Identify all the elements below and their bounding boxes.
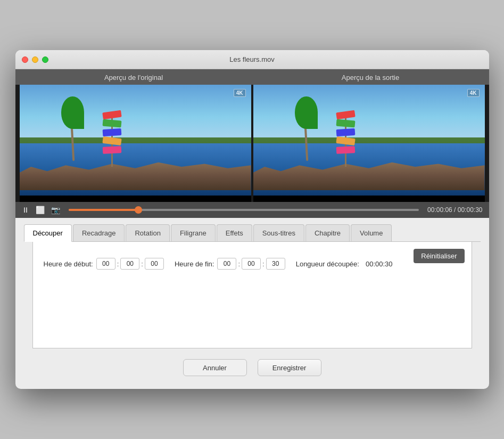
reset-row: Réinitialiser [44, 280, 461, 289]
titlebar: Les fleurs.mov [15, 50, 489, 69]
previews-container: 4K [15, 85, 489, 202]
save-button[interactable]: Enregistrer [258, 359, 321, 376]
controls-bar: ⏸ ⬜ 📷 00:00:06 / 00:00:30 [15, 202, 489, 218]
screenshot-button[interactable]: 📷 [51, 206, 60, 214]
tab-effets[interactable]: Effets [217, 224, 252, 241]
play-pause-button[interactable]: ⏸ [22, 206, 29, 214]
original-preview: 4K [20, 85, 251, 202]
window-title: Les fleurs.mov [229, 55, 275, 63]
start-minutes[interactable] [120, 258, 139, 270]
cancel-button[interactable]: Annuler [183, 359, 247, 376]
output-preview-label: Aperçu de la sortie [252, 74, 489, 82]
tab-content-wrapper: Heure de début: : : Heure de fin: : [24, 242, 481, 348]
tab-sous-titres[interactable]: Sous-titres [253, 224, 304, 241]
tab-recadrage[interactable]: Recadrage [73, 224, 125, 241]
start-seconds[interactable] [145, 258, 164, 270]
tab-filigrane[interactable]: Filigrane [171, 224, 216, 241]
start-time-group: Heure de début: : : [44, 258, 164, 270]
progress-bar[interactable] [69, 209, 419, 211]
length-label: Longueur découpée: [296, 260, 359, 268]
sep2: : [141, 260, 144, 268]
time-fields: Heure de début: : : Heure de fin: : [44, 258, 461, 270]
end-minutes[interactable] [242, 258, 261, 270]
preview-labels: Aperçu de l'original Aperçu de la sortie [15, 69, 489, 85]
maximize-button[interactable] [42, 56, 48, 63]
progress-fill [69, 209, 139, 211]
length-value: 00:00:30 [366, 260, 393, 268]
progress-thumb[interactable] [135, 206, 142, 214]
end-label: Heure de fin: [175, 260, 214, 268]
sep1: : [117, 260, 120, 268]
close-button[interactable] [22, 56, 28, 63]
4k-badge-left: 4K [234, 89, 246, 97]
main-window: Les fleurs.mov Aperçu de l'original Aper… [15, 50, 489, 389]
video-section: Aperçu de l'original Aperçu de la sortie [15, 69, 489, 218]
stop-button[interactable]: ⬜ [36, 206, 45, 214]
output-preview: 4K [253, 85, 485, 202]
reset-button[interactable]: Réinitialiser [414, 249, 464, 263]
sep3: : [237, 260, 241, 268]
minimize-button[interactable] [32, 56, 38, 63]
start-time-inputs: : : [96, 258, 164, 270]
main-buttons: Annuler Enregistrer [15, 348, 489, 389]
end-hours[interactable] [217, 258, 236, 270]
tab-decouper[interactable]: Découper [24, 224, 72, 242]
tab-volume[interactable]: Volume [351, 224, 392, 241]
start-hours[interactable] [96, 258, 115, 270]
start-label: Heure de début: [44, 260, 93, 268]
cut-length-group: Longueur découpée: 00:00:30 [296, 260, 393, 268]
end-time-group: Heure de fin: : : [175, 258, 285, 270]
tab-chapitre[interactable]: Chapitre [305, 224, 350, 241]
tab-content-decouper: Heure de début: : : Heure de fin: : [32, 242, 472, 348]
tabs-bar: Découper Recadrage Rotation Filigrane Ef… [24, 224, 481, 242]
tab-rotation[interactable]: Rotation [126, 224, 169, 241]
sep4: : [262, 260, 265, 268]
tabs-section: Découper Recadrage Rotation Filigrane Ef… [15, 218, 489, 242]
traffic-lights [22, 56, 48, 63]
end-time-inputs: : : [217, 258, 285, 270]
time-display: 00:00:06 / 00:00:30 [427, 206, 482, 214]
4k-badge-right: 4K [467, 89, 480, 97]
original-preview-label: Aperçu de l'original [15, 74, 252, 82]
end-seconds[interactable] [266, 258, 285, 270]
